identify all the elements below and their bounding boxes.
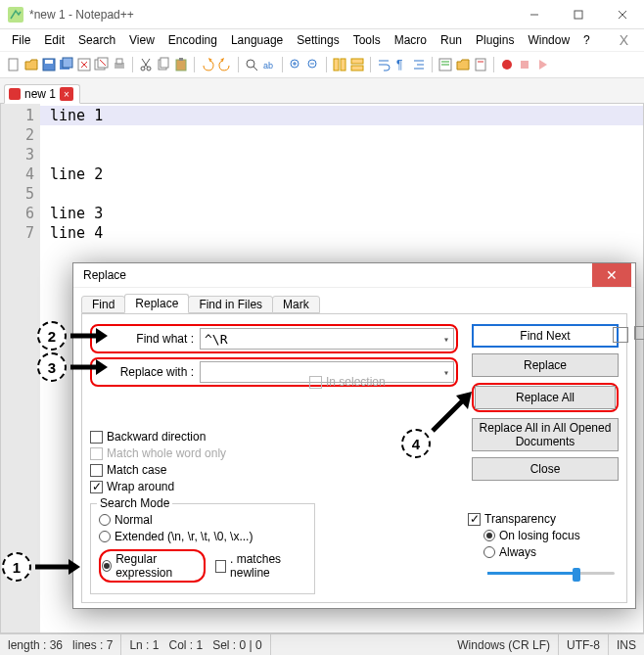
window-title: *new 1 - Notepad++ [29, 8, 512, 22]
opt-wrap-around[interactable]: ✓Wrap around [90, 480, 619, 493]
svg-rect-9 [63, 58, 72, 68]
dropdown-arrow-icon[interactable]: ▾ [443, 367, 449, 378]
maximize-button[interactable] [556, 0, 600, 28]
menu-settings[interactable]: Settings [291, 31, 345, 49]
tab-find-in-files[interactable]: Find in Files [188, 296, 273, 313]
close-all-icon[interactable] [94, 57, 110, 72]
in-selection-check: In selection [309, 375, 386, 389]
paste-icon[interactable] [173, 57, 189, 72]
replace-dialog: Replace ✕ Find Replace Find in Files Mar… [72, 262, 636, 609]
menubar-close-icon[interactable]: X [610, 32, 638, 48]
new-file-icon[interactable] [6, 57, 22, 72]
svg-line-53 [433, 401, 462, 431]
svg-rect-2 [575, 11, 582, 19]
menu-tools[interactable]: Tools [347, 31, 387, 49]
svg-point-47 [502, 60, 512, 70]
menu-view[interactable]: View [123, 31, 161, 49]
tab-replace[interactable]: Replace [124, 294, 189, 313]
zoom-in-icon[interactable] [288, 57, 303, 72]
menu-macro[interactable]: Macro [389, 31, 433, 49]
toolbar: ab ¶ [0, 51, 644, 78]
replace-all-button[interactable]: Replace All [475, 386, 616, 409]
save-icon[interactable] [41, 57, 57, 72]
menu-search[interactable]: Search [72, 31, 121, 49]
play-macro-icon[interactable] [534, 57, 550, 72]
status-encoding[interactable]: UTF-8 [559, 634, 609, 655]
record-macro-icon[interactable] [499, 57, 515, 72]
replace-button[interactable]: Replace [472, 353, 619, 377]
cut-icon[interactable] [138, 57, 154, 72]
filetab-close-icon[interactable]: × [60, 87, 73, 101]
svg-rect-0 [8, 7, 23, 23]
search-mode-group: Search Mode Normal Extended (\n, \r, \t,… [90, 503, 315, 594]
status-ins[interactable]: INS [609, 634, 644, 655]
menu-file[interactable]: File [6, 31, 36, 49]
transp-on-losing-focus[interactable]: On losing focus [483, 529, 615, 542]
find-next-wrap-checkbox[interactable] [634, 326, 644, 340]
menu-edit[interactable]: Edit [38, 31, 70, 49]
show-all-chars-icon[interactable]: ¶ [393, 57, 409, 72]
menu-language[interactable]: Language [225, 31, 289, 49]
callout-2: 2 [37, 321, 108, 351]
opt-dot-newline[interactable]: . matches newline [215, 552, 306, 580]
callout-1: 1 [2, 552, 80, 582]
folder-icon[interactable] [455, 57, 471, 72]
minimize-button[interactable] [512, 0, 556, 28]
filetab-new1[interactable]: new 1 × [4, 84, 80, 104]
close-button[interactable] [600, 0, 644, 28]
find-icon[interactable] [244, 57, 259, 72]
find-next-button[interactable]: Find Next [472, 324, 619, 348]
dialog-tabs: Find Replace Find in Files Mark [81, 294, 627, 313]
mode-regex[interactable]: Regular expression [99, 549, 206, 583]
app-icon [8, 7, 23, 23]
tab-find[interactable]: Find [81, 296, 125, 313]
mode-normal[interactable]: Normal [99, 513, 306, 527]
menu-run[interactable]: Run [435, 31, 468, 49]
menu-help[interactable]: ? [577, 31, 596, 49]
replace-all-opened-button[interactable]: Replace All in All Opened Documents [472, 418, 619, 451]
svg-rect-35 [341, 59, 345, 70]
replace-icon[interactable]: ab [261, 57, 277, 72]
zoom-out-icon[interactable] [305, 57, 321, 72]
dialog-titlebar: Replace ✕ [73, 263, 635, 288]
func-list-icon[interactable] [437, 57, 453, 72]
save-all-icon[interactable] [59, 57, 74, 72]
svg-rect-5 [9, 59, 18, 70]
wordwrap-icon[interactable] [376, 57, 391, 72]
status-eol[interactable]: Windows (CR LF) [449, 634, 559, 655]
transp-always[interactable]: Always [483, 545, 615, 559]
menu-encoding[interactable]: Encoding [162, 31, 223, 49]
indent-icon[interactable] [411, 57, 427, 72]
redo-icon[interactable] [217, 57, 233, 72]
close-dialog-button[interactable]: Close [472, 457, 619, 481]
find-what-input[interactable]: ^\R▾ [200, 328, 454, 350]
svg-rect-37 [351, 66, 363, 70]
svg-rect-45 [476, 59, 485, 70]
mode-extended[interactable]: Extended (\n, \r, \t, \0, \x...) [99, 530, 306, 543]
transparency-group: ✓Transparency On losing focus Always [468, 509, 615, 583]
open-file-icon[interactable] [23, 57, 39, 72]
svg-rect-46 [478, 61, 483, 63]
copy-icon[interactable] [156, 57, 171, 72]
menu-plugins[interactable]: Plugins [470, 31, 520, 49]
replace-with-label: Replace with : [94, 365, 200, 379]
transparency-slider[interactable] [487, 563, 615, 583]
transparency-toggle[interactable]: ✓Transparency [468, 512, 615, 526]
doc-map-icon[interactable] [473, 57, 488, 72]
svg-rect-34 [334, 59, 339, 70]
tab-mark[interactable]: Mark [272, 296, 320, 313]
undo-icon[interactable] [200, 57, 215, 72]
sync-v-icon[interactable] [332, 57, 347, 72]
svg-rect-49 [11, 90, 19, 98]
dropdown-arrow-icon[interactable]: ▾ [443, 334, 449, 345]
search-mode-legend: Search Mode [97, 496, 172, 510]
close-file-icon[interactable] [76, 57, 92, 72]
callout-4: 4 [401, 429, 431, 458]
dialog-close-button[interactable]: ✕ [592, 263, 631, 287]
print-icon[interactable] [112, 57, 127, 72]
stop-macro-icon[interactable] [517, 57, 532, 72]
menu-window[interactable]: Window [522, 31, 575, 49]
svg-rect-24 [176, 60, 186, 70]
svg-rect-17 [116, 59, 122, 64]
sync-h-icon[interactable] [349, 57, 365, 72]
